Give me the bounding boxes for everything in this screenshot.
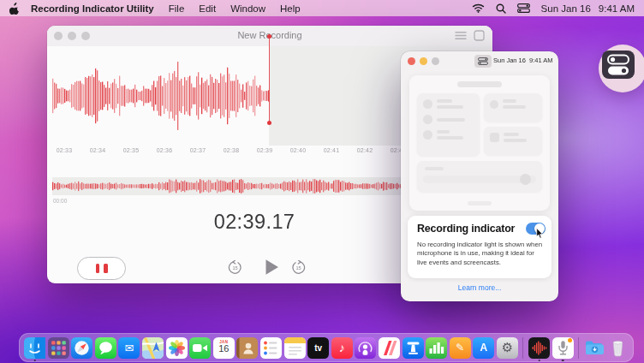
menu-edit[interactable]: Edit (199, 3, 216, 14)
toggles-icon (602, 51, 635, 79)
control-center-icon[interactable] (517, 3, 530, 13)
recording-indicator-setting: Recording indicator No recording indicat… (408, 216, 552, 278)
timeline-label: 02:39 (257, 147, 273, 153)
mouse-cursor (536, 227, 544, 242)
timeline-label: 02:37 (190, 147, 206, 153)
skeleton-slider-card (417, 161, 542, 192)
playhead-bottom-dot (267, 121, 271, 125)
dock-item-keynote[interactable] (402, 337, 424, 359)
dock-item-notes[interactable] (284, 337, 306, 359)
wifi-icon[interactable] (472, 3, 485, 13)
menu-time: 9:41 AM (599, 3, 635, 14)
dock-item-numbers[interactable] (426, 337, 447, 359)
running-indicator (562, 360, 564, 362)
dock-item-recording-indicator-utility[interactable] (552, 337, 574, 359)
recordings-list-icon[interactable] (455, 31, 467, 40)
timeline-label: 02:42 (357, 147, 373, 153)
dock-item-safari[interactable] (71, 337, 92, 359)
running-indicator (538, 360, 540, 362)
timeline-label: 02:33 (57, 147, 73, 153)
dock-item-launchpad[interactable] (48, 337, 69, 359)
desktop: Recording Indicator Utility FileEditWind… (0, 0, 644, 363)
dock-divider (578, 337, 579, 359)
dock-item-facetime[interactable] (189, 337, 211, 359)
menu-clock[interactable]: Sun Jan 16 9:41 AM (541, 3, 635, 14)
timeline-label: 02:36 (157, 147, 173, 153)
overview-start-label: 00:00 (53, 198, 67, 204)
dock-item-finder[interactable] (24, 337, 45, 359)
menu-date: Sun Jan 16 (541, 3, 591, 14)
recording-waveform (52, 53, 269, 139)
mini-menu-clock: Sun Jan 16 9:41 AM (493, 57, 553, 64)
close-button[interactable] (408, 57, 415, 65)
dock-item-calendar[interactable]: JAN16 (213, 337, 235, 359)
menu-file[interactable]: File (169, 3, 185, 14)
dock-item-trash[interactable] (607, 337, 629, 359)
dock-item-news[interactable] (379, 337, 400, 359)
dock-item-appstore[interactable]: A (473, 337, 494, 359)
minimize-button[interactable] (420, 57, 427, 65)
setting-description: No recording indicator light is shown wh… (417, 241, 543, 267)
timeline-label: 02:40 (290, 147, 307, 153)
dock: ✉JAN16tv♪✎A⚙ (19, 333, 634, 362)
pause-button[interactable] (77, 257, 126, 280)
learn-more-link[interactable]: Learn more... (401, 283, 558, 292)
skip-forward-15-button[interactable]: 15 (291, 260, 306, 275)
running-indicator (33, 360, 36, 362)
dock-item-music[interactable]: ♪ (331, 337, 353, 359)
dock-item-appletv[interactable]: tv (307, 337, 329, 359)
timeline-label: 02:34 (90, 147, 106, 153)
dock-item-maps[interactable] (142, 337, 164, 359)
dock-item-podcasts[interactable] (355, 337, 376, 359)
dock-item-contacts[interactable] (236, 337, 258, 359)
menu-bar: Recording Indicator Utility FileEditWind… (0, 0, 644, 16)
zoom-button[interactable] (432, 57, 439, 65)
skeleton-pill (457, 81, 502, 87)
dock-item-messages[interactable] (95, 337, 116, 359)
svg-text:15: 15 (295, 265, 301, 271)
elapsed-time: 02:39.17 (47, 211, 462, 234)
dock-item-downloads[interactable] (584, 337, 605, 359)
utility-window: Sun Jan 16 9:41 AM Recor (401, 51, 558, 301)
dock-item-reminders[interactable] (260, 337, 282, 359)
play-button[interactable] (264, 259, 280, 276)
skeleton-card (417, 93, 480, 156)
apple-menu-icon[interactable] (9, 3, 20, 15)
mini-menu-date: Sun Jan 16 (493, 57, 526, 64)
setting-title: Recording indicator (417, 223, 515, 235)
skeleton-card (484, 93, 542, 122)
control-center-bubble[interactable] (599, 45, 644, 92)
timeline-label: 02:41 (324, 147, 340, 153)
menu-window[interactable]: Window (230, 3, 265, 14)
dock-item-settings[interactable]: ⚙ (497, 337, 518, 359)
control-center-preview (409, 75, 550, 211)
menu-help[interactable]: Help (280, 3, 301, 14)
search-icon[interactable] (496, 3, 506, 14)
skeleton-footer-bar (468, 201, 492, 205)
timeline-label: 02:38 (224, 147, 240, 153)
mini-control-center-icon (474, 55, 492, 68)
svg-text:15: 15 (232, 265, 237, 271)
timeline-label: 02:35 (123, 147, 140, 153)
dock-divider (522, 337, 523, 359)
mini-menu-time: 9:41 AM (529, 57, 553, 64)
playhead[interactable] (268, 34, 271, 125)
dock-item-photos[interactable] (166, 337, 188, 359)
overlay-panel-icon[interactable] (474, 30, 485, 41)
utility-window-controls[interactable] (408, 57, 439, 65)
pause-icon (96, 264, 100, 273)
dock-item-pages[interactable]: ✎ (450, 337, 471, 359)
menu-app-name[interactable]: Recording Indicator Utility (31, 3, 154, 14)
dock-item-mail[interactable]: ✉ (118, 337, 140, 359)
skeleton-card (484, 127, 542, 155)
skip-back-15-button[interactable]: 15 (228, 260, 242, 275)
pause-icon (104, 264, 108, 273)
menu-items: FileEditWindowHelp (169, 3, 301, 14)
dock-item-voicememos[interactable] (528, 337, 550, 359)
